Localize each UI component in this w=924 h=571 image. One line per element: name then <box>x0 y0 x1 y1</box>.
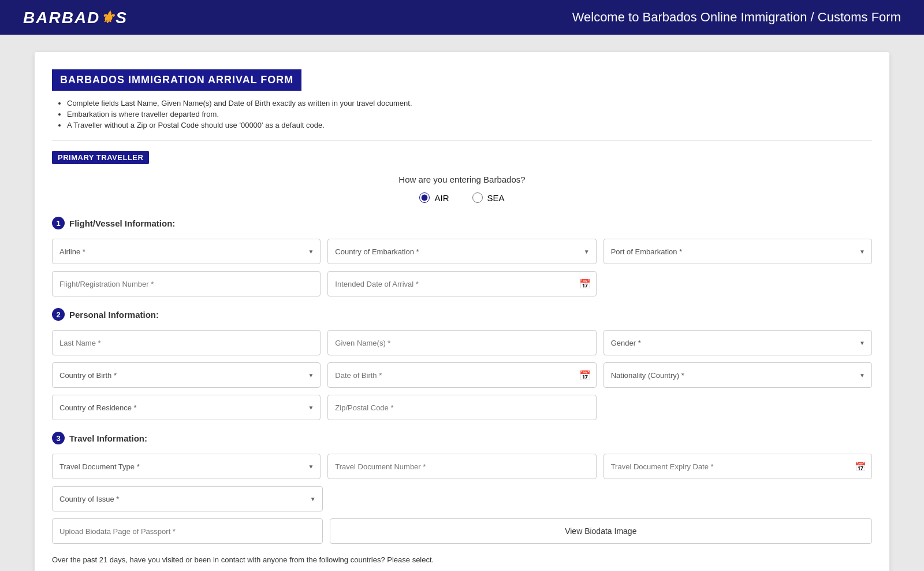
calendar-icon-dob: 📅 <box>579 370 591 381</box>
radio-sea[interactable] <box>472 192 483 203</box>
form-title: BARBADOS IMMIGRATION ARRIVAL FORM <box>52 69 301 91</box>
gender-select[interactable]: Gender * <box>603 330 872 355</box>
radio-sea-label[interactable]: SEA <box>472 192 505 203</box>
section-flight-number: 1 <box>52 217 65 229</box>
personal-row-2: Country of Birth * 📅 Nationality (Countr… <box>52 362 872 388</box>
personal-row-1: Gender * <box>52 330 872 355</box>
country-residence-field: Country of Residence * <box>52 395 321 420</box>
country-embarkation-select[interactable]: Country of Embarkation * <box>327 239 596 264</box>
last-name-input[interactable] <box>52 330 321 355</box>
trident-icon: ⚜ <box>100 8 116 27</box>
flight-row-2: 📅 <box>52 271 872 296</box>
instruction-3: A Traveller without a Zip or Postal Code… <box>67 121 872 129</box>
gender-field: Gender * <box>603 330 872 355</box>
airline-field: Airline * <box>52 239 321 264</box>
flight-number-field <box>52 271 321 296</box>
page-body: BARBADOS IMMIGRATION ARRIVAL FORM Comple… <box>0 35 924 571</box>
country-birth-field: Country of Birth * <box>52 362 321 388</box>
airline-select[interactable]: Airline * <box>52 239 321 264</box>
entry-mode-group: AIR SEA <box>52 192 872 203</box>
doc-number-input[interactable] <box>327 454 596 479</box>
country-issue-select[interactable]: Country of Issue * <box>52 486 323 511</box>
country-embarkation-field: Country of Embarkation * <box>327 239 596 264</box>
section-travel-header: 3 Travel Information: <box>52 432 872 444</box>
zip-postal-input[interactable] <box>327 395 596 420</box>
view-biodata-field: View Biodata Image <box>330 518 872 544</box>
date-birth-field: 📅 <box>327 362 596 388</box>
view-biodata-button[interactable]: View Biodata Image <box>330 518 872 544</box>
barbados-logo: BARBAD⚜S <box>23 8 128 27</box>
country-birth-select[interactable]: Country of Birth * <box>52 362 321 388</box>
radio-air-label[interactable]: AIR <box>419 192 449 203</box>
calendar-icon: 📅 <box>579 279 591 290</box>
doc-expiry-field: 📅 <box>603 454 872 479</box>
calendar-icon-expiry: 📅 <box>855 461 866 472</box>
zip-postal-field <box>327 395 596 420</box>
entry-question: How are you entering Barbados? <box>52 175 872 184</box>
section-flight: 1 Flight/Vessel Information: Airline * C… <box>52 217 872 296</box>
section-travel-number: 3 <box>52 432 65 444</box>
given-names-input[interactable] <box>327 330 596 355</box>
section-travel: 3 Travel Information: Travel Document Ty… <box>52 432 872 544</box>
travel-row-3: View Biodata Image <box>52 518 872 544</box>
instructions-list: Complete fields Last Name, Given Name(s)… <box>52 99 872 129</box>
form-container: BARBADOS IMMIGRATION ARRIVAL FORM Comple… <box>35 52 889 571</box>
footer-question: Over the past 21 days, have you visited … <box>52 555 872 564</box>
instruction-1: Complete fields Last Name, Given Name(s)… <box>67 99 872 107</box>
country-residence-select[interactable]: Country of Residence * <box>52 395 321 420</box>
section-flight-header: 1 Flight/Vessel Information: <box>52 217 872 229</box>
radio-air-text: AIR <box>434 193 449 203</box>
primary-traveller-label: PRIMARY TRAVELLER <box>52 151 149 164</box>
country-issue-field: Country of Issue * <box>52 486 323 511</box>
radio-sea-text: SEA <box>487 193 505 203</box>
section-personal-header: 2 Personal Information: <box>52 308 872 321</box>
personal-row-3: Country of Residence * <box>52 395 872 420</box>
port-embarkation-select[interactable]: Port of Embarkation * <box>603 239 872 264</box>
page-header: BARBAD⚜S Welcome to Barbados Online Immi… <box>0 0 924 35</box>
arrival-date-input[interactable] <box>327 271 596 296</box>
section-travel-title: Travel Information: <box>69 433 147 443</box>
section-personal-number: 2 <box>52 308 65 321</box>
doc-type-select[interactable]: Travel Document Type * <box>52 454 321 479</box>
date-birth-input[interactable] <box>327 362 596 388</box>
flight-number-input[interactable] <box>52 271 321 296</box>
radio-air[interactable] <box>419 192 430 203</box>
last-name-field <box>52 330 321 355</box>
section-personal: 2 Personal Information: Gender * <box>52 308 872 420</box>
travel-row-2: Country of Issue * <box>52 486 872 511</box>
port-embarkation-field: Port of Embarkation * <box>603 239 872 264</box>
doc-expiry-input[interactable] <box>603 454 872 479</box>
instruction-2: Embarkation is where traveller departed … <box>67 110 872 118</box>
doc-type-field: Travel Document Type * <box>52 454 321 479</box>
flight-row-1: Airline * Country of Embarkation * Port … <box>52 239 872 264</box>
header-title: Welcome to Barbados Online Immigration /… <box>572 10 901 25</box>
upload-biodata-field <box>52 518 323 544</box>
travel-row-1: Travel Document Type * 📅 <box>52 454 872 479</box>
nationality-field: Nationality (Country) * <box>603 362 872 388</box>
arrival-date-field: 📅 <box>327 271 596 296</box>
doc-number-field <box>327 454 596 479</box>
upload-biodata-input[interactable] <box>52 518 323 544</box>
section-personal-title: Personal Information: <box>69 310 159 320</box>
divider-top <box>52 140 872 140</box>
section-flight-title: Flight/Vessel Information: <box>69 218 175 228</box>
given-names-field <box>327 330 596 355</box>
nationality-select[interactable]: Nationality (Country) * <box>603 362 872 388</box>
